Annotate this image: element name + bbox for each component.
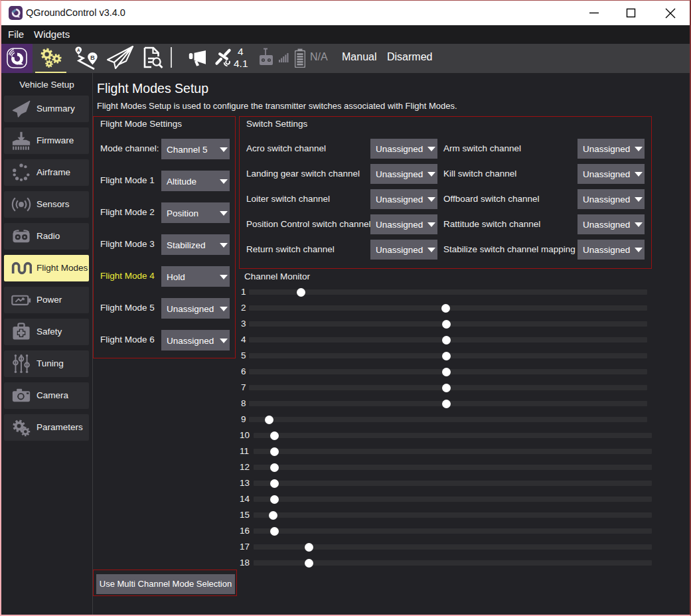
svg-text:A: A	[77, 48, 80, 52]
svg-text:B: B	[90, 54, 95, 61]
